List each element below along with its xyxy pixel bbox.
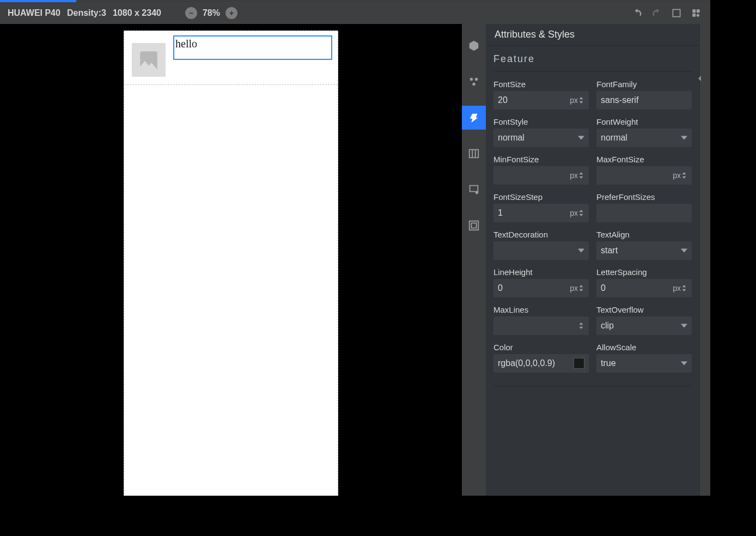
progress-strip — [0, 0, 710, 2]
maxLines-field: MaxLines — [493, 305, 589, 335]
minFontSize-input[interactable]: px — [493, 166, 589, 185]
minFontSize-stepper-icon[interactable] — [578, 172, 584, 179]
lineHeight-field: LineHeight0px — [493, 267, 589, 297]
textDecoration-field: TextDecoration — [493, 230, 589, 260]
allowScale-dropdown-icon[interactable] — [681, 360, 687, 367]
maxFontSize-unit: px — [673, 171, 681, 180]
fontSizeStep-unit: px — [570, 209, 578, 217]
letterSpacing-label: LetterSpacing — [596, 267, 692, 277]
color-swatch[interactable] — [574, 358, 584, 369]
minFontSize-label: MinFontSize — [493, 155, 589, 164]
lineHeight-stepper-icon[interactable] — [578, 285, 584, 291]
fontFamily-value: sans-serif — [601, 95, 687, 105]
fontStyle-input[interactable]: normal — [493, 129, 589, 147]
color-input[interactable]: rgba(0,0,0,0.9) — [493, 354, 589, 373]
fontSizeStep-label: FontSizeStep — [493, 192, 589, 202]
fontSizeStep-field: FontSizeStep1px — [493, 192, 589, 222]
svg-rect-5 — [471, 223, 476, 228]
zoom-value: 78% — [203, 8, 220, 18]
fontSizeStep-input[interactable]: 1px — [493, 204, 589, 222]
letterSpacing-stepper-icon[interactable] — [681, 285, 687, 291]
expand-handle-icon[interactable] — [697, 74, 703, 81]
tab-info-icon[interactable] — [462, 178, 486, 202]
textOverflow-label: TextOverflow — [596, 305, 692, 314]
zoom-out-button[interactable]: − — [185, 7, 197, 19]
textDecoration-label: TextDecoration — [493, 230, 589, 239]
device-name: HUAWEI P40 — [8, 8, 60, 18]
fontFamily-field: FontFamilysans-serif — [596, 80, 692, 109]
redo-icon[interactable] — [650, 7, 663, 20]
fontSize-label: FontSize — [493, 80, 589, 89]
zoom-in-button[interactable]: + — [225, 7, 237, 19]
allowScale-field: AllowScaletrue — [596, 343, 692, 373]
maxFontSize-stepper-icon[interactable] — [681, 172, 687, 179]
collapsed-sidebar[interactable] — [699, 24, 710, 496]
textDecoration-input[interactable] — [493, 241, 589, 260]
device-frame: hello — [124, 31, 338, 496]
textOverflow-field: TextOverflowclip — [596, 305, 692, 335]
undo-icon[interactable] — [631, 7, 644, 20]
attributes-panel: Attributes & Styles Feature FontSize20px… — [486, 24, 699, 496]
textAlign-field: TextAlignstart — [596, 230, 692, 260]
svg-point-0 — [470, 78, 473, 81]
tab-layout-icon[interactable] — [462, 142, 486, 166]
color-field: Colorrgba(0,0,0,0.9) — [493, 343, 589, 373]
allowScale-input[interactable]: true — [596, 354, 692, 373]
textOverflow-input[interactable]: clip — [596, 316, 692, 335]
letterSpacing-input[interactable]: 0px — [596, 279, 692, 297]
lineHeight-label: LineHeight — [493, 267, 589, 277]
properties-tab-rail — [462, 24, 486, 496]
zoom-controls: − 78% + — [185, 7, 237, 19]
color-label: Color — [493, 343, 589, 352]
color-value: rgba(0,0,0,0.9) — [498, 358, 574, 368]
fontSizeStep-stepper-icon[interactable] — [578, 210, 584, 216]
layers-icon[interactable] — [690, 7, 703, 20]
letterSpacing-field: LetterSpacing0px — [596, 267, 692, 297]
fontSizeStep-value: 1 — [498, 208, 568, 218]
tab-box-icon[interactable] — [462, 214, 486, 237]
maxLines-input[interactable] — [493, 316, 589, 335]
maxLines-stepper-icon[interactable] — [578, 322, 584, 329]
fontWeight-field: FontWeightnormal — [596, 117, 692, 147]
fontStyle-dropdown-icon[interactable] — [578, 135, 584, 141]
maxFontSize-field: MaxFontSizepx — [596, 155, 692, 185]
panel-title: Attributes & Styles — [486, 24, 699, 46]
fontStyle-field: FontStylenormal — [493, 117, 589, 147]
textAlign-input[interactable]: start — [596, 241, 692, 260]
fontWeight-dropdown-icon[interactable] — [681, 135, 687, 141]
lineHeight-input[interactable]: 0px — [493, 279, 589, 297]
preferFontSizes-field: PreferFontSizes — [596, 192, 692, 222]
textAlign-dropdown-icon[interactable] — [681, 247, 687, 254]
fontSize-input[interactable]: 20px — [493, 91, 589, 109]
fontSize-stepper-icon[interactable] — [578, 97, 584, 103]
fontFamily-input[interactable]: sans-serif — [596, 91, 692, 109]
svg-rect-4 — [470, 221, 479, 230]
lineHeight-unit: px — [570, 284, 578, 293]
letterSpacing-unit: px — [673, 284, 681, 293]
fontStyle-value: normal — [498, 133, 578, 143]
fontWeight-value: normal — [601, 133, 681, 143]
textDecoration-dropdown-icon[interactable] — [578, 247, 584, 254]
stop-icon[interactable] — [670, 7, 683, 20]
fontStyle-label: FontStyle — [493, 117, 589, 126]
list-item[interactable]: hello — [124, 31, 338, 85]
textOverflow-dropdown-icon[interactable] — [681, 322, 687, 329]
tab-feature-icon[interactable] — [462, 106, 486, 130]
image-placeholder-icon[interactable] — [132, 43, 166, 77]
fontWeight-input[interactable]: normal — [596, 129, 692, 147]
textOverflow-value: clip — [601, 321, 681, 331]
minFontSize-field: MinFontSizepx — [493, 155, 589, 185]
tab-component-icon[interactable] — [462, 34, 486, 58]
fontSize-unit: px — [570, 96, 578, 105]
selected-text-element[interactable]: hello — [173, 35, 332, 60]
allowScale-value: true — [601, 358, 681, 368]
panel-divider — [493, 386, 692, 386]
preferFontSizes-label: PreferFontSizes — [596, 192, 692, 202]
canvas-area[interactable]: hello — [0, 24, 462, 496]
preferFontSizes-input[interactable] — [596, 204, 692, 222]
tab-styles-icon[interactable] — [462, 70, 486, 94]
maxFontSize-input[interactable]: px — [596, 166, 692, 185]
maxFontSize-label: MaxFontSize — [596, 155, 692, 164]
allowScale-label: AllowScale — [596, 343, 692, 352]
svg-point-2 — [472, 83, 475, 86]
